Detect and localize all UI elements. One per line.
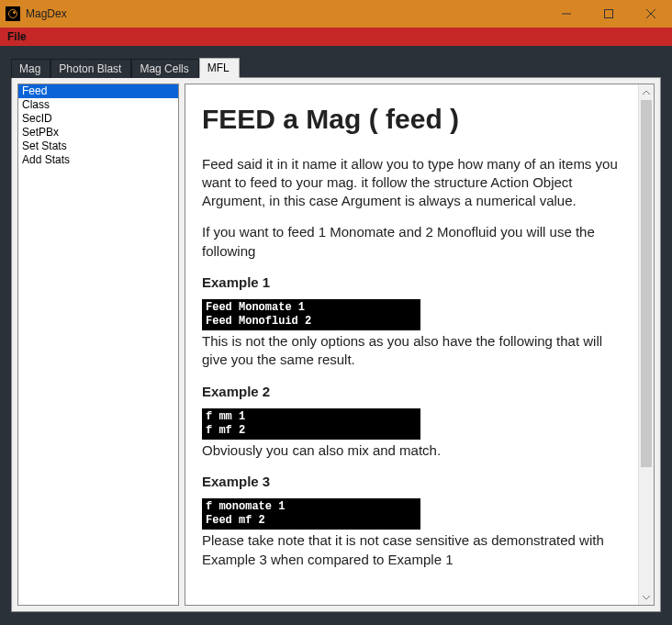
tab-mag[interactable]: Mag — [11, 59, 50, 78]
command-list[interactable]: Feed Class SecID SetPBx Set Stats Add St… — [17, 84, 179, 606]
close-button[interactable] — [630, 0, 672, 28]
list-item[interactable]: Add Stats — [18, 153, 178, 167]
menu-bar: File — [0, 28, 672, 46]
tab-mfl[interactable]: MFL — [199, 58, 240, 78]
scroll-down-arrow[interactable] — [639, 589, 654, 605]
chevron-up-icon — [643, 89, 650, 96]
intro-paragraph: Feed said it in it name it allow you to … — [202, 155, 622, 211]
minimize-button[interactable] — [545, 0, 588, 28]
title-bar[interactable]: MagDex — [0, 0, 672, 28]
example-3-heading: Example 3 — [202, 473, 622, 491]
window-controls — [545, 0, 672, 28]
list-item[interactable]: SetPBx — [18, 126, 178, 140]
example-2-note: Obviously you can also mix and match. — [202, 441, 622, 460]
scroll-thumb[interactable] — [641, 100, 652, 467]
example-2-code: f mm 1 f mf 2 — [202, 408, 420, 440]
list-item[interactable]: Set Stats — [18, 140, 178, 153]
window-title: MagDex — [26, 7, 67, 20]
vertical-scrollbar[interactable] — [638, 84, 654, 605]
list-item[interactable]: Class — [18, 98, 178, 112]
intro-paragraph-2: If you want to feed 1 Monomate and 2 Mon… — [202, 223, 622, 261]
example-3-code: f monomate 1 Feed mf 2 — [202, 498, 420, 530]
scroll-up-arrow[interactable] — [639, 84, 654, 100]
tab-mag-cells[interactable]: Mag Cells — [131, 59, 198, 78]
page-title: FEED a Mag ( feed ) — [202, 101, 622, 139]
list-item[interactable]: SecID — [18, 112, 178, 126]
example-2-heading: Example 2 — [202, 383, 622, 401]
client-area: Mag Photon Blast Mag Cells MFL Feed Clas… — [0, 46, 672, 625]
document-content: FEED a Mag ( feed ) Feed said it in it n… — [185, 84, 638, 605]
maximize-icon — [604, 9, 613, 18]
minimize-icon — [562, 9, 571, 18]
tab-photon-blast[interactable]: Photon Blast — [50, 59, 131, 78]
tab-strip: Mag Photon Blast Mag Cells MFL — [11, 57, 661, 77]
example-1-code: Feed Monomate 1 Feed Monofluid 2 — [202, 299, 420, 330]
list-item[interactable]: Feed — [18, 84, 178, 98]
menu-file[interactable]: File — [7, 30, 27, 43]
chevron-down-icon — [643, 594, 650, 601]
example-1-note: This is not the only options as you also… — [202, 332, 622, 370]
tab-page-mfl: Feed Class SecID SetPBx Set Stats Add St… — [11, 77, 661, 612]
example-3-note: Please take note that it is not case sen… — [202, 531, 622, 569]
app-icon — [6, 6, 20, 21]
maximize-button[interactable] — [588, 0, 630, 28]
svg-rect-1 — [605, 10, 613, 18]
close-icon — [646, 9, 655, 18]
example-1-heading: Example 1 — [202, 273, 622, 292]
document-pane: FEED a Mag ( feed ) Feed said it in it n… — [185, 84, 655, 606]
